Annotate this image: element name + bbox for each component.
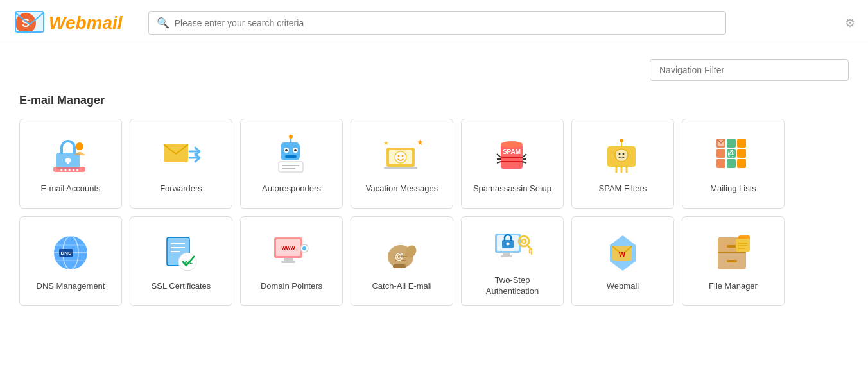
card-webmail[interactable]: W Webmail (571, 216, 674, 306)
card-label-autoresponders: Autoresponders (262, 184, 321, 194)
webmail-icon: W (600, 231, 645, 276)
svg-rect-59 (737, 149, 746, 158)
card-label-spam-filters: SPAM Filters (599, 184, 647, 194)
svg-rect-31 (384, 167, 417, 169)
svg-line-37 (497, 154, 501, 157)
spam-filters-icon (600, 133, 645, 178)
logo: S Webmail (13, 6, 123, 40)
svg-point-26 (395, 151, 406, 163)
cards-grid: ● ● ● ● ● E-mail Accounts Forwarders Aut… (19, 119, 849, 306)
card-label-two-step-authentication: Two-Step Authentication (468, 275, 557, 297)
nav-filter-row (19, 59, 849, 81)
svg-point-93 (506, 242, 509, 245)
svg-point-97 (522, 239, 526, 243)
svg-rect-95 (501, 255, 512, 257)
svg-rect-21 (279, 162, 303, 172)
svg-text:www: www (281, 244, 295, 251)
header: S Webmail 🔍 ⚙ (0, 0, 868, 46)
svg-text:SPAM: SPAM (502, 148, 520, 155)
svg-rect-60 (737, 159, 746, 168)
logo-text: Webmail (49, 13, 123, 33)
email-accounts-icon: ● ● ● ● ● (48, 133, 93, 178)
svg-text:★: ★ (383, 139, 389, 146)
svg-text:W: W (618, 250, 625, 258)
vacation-messages-icon: ★ ★ (379, 133, 424, 178)
card-ssl-certificates[interactable]: SSL SSL Certificates (130, 216, 232, 306)
card-label-vacation-messages: Vacation Messages (366, 184, 438, 194)
card-dns-management[interactable]: DNS DNS Management (19, 216, 122, 306)
card-label-file-manager: File Manager (709, 281, 758, 292)
card-file-manager[interactable]: File Manager (682, 216, 785, 306)
svg-point-17 (294, 149, 297, 151)
svg-line-39 (497, 162, 501, 163)
forwarders-icon (159, 133, 204, 178)
catch-all-icon: @ (379, 231, 424, 276)
nav-filter-input[interactable] (650, 59, 849, 81)
svg-rect-54 (716, 159, 725, 168)
file-manager-icon (711, 231, 756, 276)
card-spam-filters[interactable]: SPAM Filters (571, 119, 674, 209)
autoresponders-icon (269, 133, 314, 178)
card-label-forwarders: Forwarders (160, 184, 202, 194)
svg-text:@: @ (395, 251, 404, 261)
svg-point-45 (618, 153, 620, 155)
svg-rect-110 (736, 239, 750, 252)
gear-icon[interactable]: ⚙ (845, 16, 855, 30)
svg-point-33 (501, 141, 523, 148)
svg-rect-106 (727, 245, 737, 248)
section-title: E-mail Manager (19, 94, 849, 107)
card-vacation-messages[interactable]: ★ ★ Vacation Messages (351, 119, 453, 209)
card-label-spamassassin-setup: Spamassassin Setup (473, 184, 551, 194)
card-autoresponders[interactable]: Autoresponders (240, 119, 343, 209)
svg-rect-57 (727, 159, 736, 168)
svg-text:DNS: DNS (60, 250, 72, 256)
svg-point-44 (615, 149, 628, 162)
svg-rect-55 (727, 139, 736, 148)
svg-rect-58 (737, 139, 746, 148)
card-domain-pointers[interactable]: www Domain Pointers (240, 216, 343, 306)
two-step-auth-icon (490, 225, 535, 270)
svg-rect-6 (67, 160, 69, 164)
logo-icon: S (13, 6, 46, 40)
card-catch-all-email[interactable]: @ Catch-All E-mail (351, 216, 453, 306)
ssl-certificates-icon: SSL (159, 231, 204, 276)
svg-rect-88 (393, 264, 406, 268)
svg-rect-107 (727, 260, 737, 262)
card-forwarders[interactable]: Forwarders (130, 119, 232, 209)
svg-line-42 (523, 162, 526, 163)
card-email-accounts[interactable]: ● ● ● ● ● E-mail Accounts (19, 119, 122, 209)
svg-rect-53 (716, 149, 725, 158)
svg-rect-81 (281, 261, 295, 263)
svg-rect-18 (285, 155, 297, 158)
card-mailing-lists[interactable]: @ Mailing Lists (682, 119, 785, 209)
svg-point-20 (289, 135, 293, 139)
card-spamassassin-setup[interactable]: SPAM Spamassassin Setup (461, 119, 564, 209)
svg-point-27 (397, 155, 399, 157)
card-label-ssl-certificates: SSL Certificates (152, 281, 211, 292)
search-input[interactable] (175, 18, 718, 28)
domain-pointers-icon: www (269, 231, 314, 276)
card-label-webmail: Webmail (607, 281, 639, 292)
mailing-lists-icon: @ (711, 133, 756, 178)
svg-point-48 (620, 139, 623, 142)
card-label-catch-all-email: Catch-All E-mail (372, 281, 431, 292)
card-two-step-authentication[interactable]: Two-Step Authentication (461, 216, 564, 306)
card-label-email-accounts: E-mail Accounts (40, 184, 100, 194)
svg-point-16 (285, 149, 288, 151)
svg-point-9 (76, 142, 83, 150)
svg-point-28 (401, 155, 403, 157)
search-icon: 🔍 (157, 17, 169, 29)
spamassassin-icon: SPAM (490, 133, 535, 178)
svg-text:★: ★ (417, 138, 423, 147)
dns-management-icon: DNS (48, 231, 93, 276)
card-label-mailing-lists: Mailing Lists (710, 184, 756, 194)
content: E-mail Manager ● ● ● ● ● E-mail Accounts… (0, 46, 868, 319)
svg-point-83 (302, 246, 306, 250)
svg-point-46 (622, 153, 624, 155)
search-bar[interactable]: 🔍 (148, 11, 726, 35)
card-label-domain-pointers: Domain Pointers (261, 281, 322, 292)
svg-line-40 (523, 154, 526, 157)
svg-text:● ● ● ● ●: ● ● ● ● ● (60, 167, 78, 172)
card-label-dns-management: DNS Management (37, 281, 105, 292)
svg-text:@: @ (727, 149, 735, 158)
